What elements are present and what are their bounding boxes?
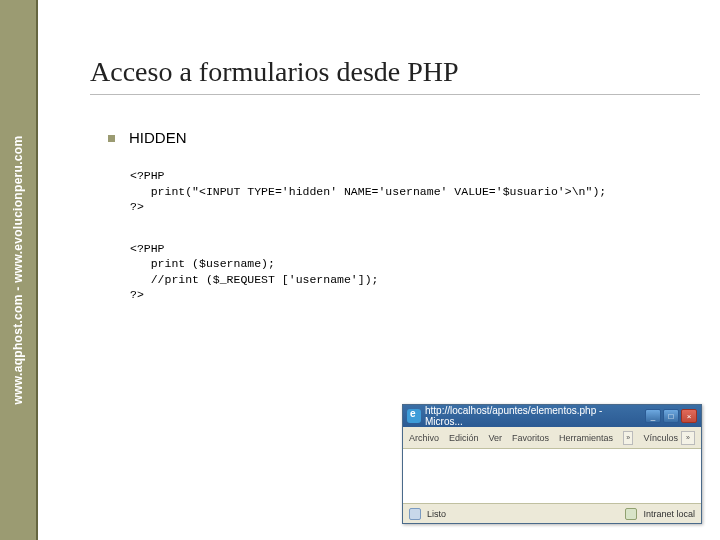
ie-icon bbox=[407, 409, 421, 423]
slide-title: Acceso a formularios desde PHP bbox=[90, 56, 700, 95]
section-heading: HIDDEN bbox=[108, 129, 700, 146]
browser-menubar: Archivo Edición Ver Favoritos Herramient… bbox=[403, 427, 701, 449]
sidebar-url-text: www.aqphost.com - www.evolucionperu.com bbox=[11, 136, 25, 405]
slide-content: Acceso a formularios desde PHP HIDDEN <?… bbox=[90, 56, 700, 329]
browser-window: http://localhost/apuntes/elementos.php -… bbox=[402, 404, 702, 524]
window-buttons: _ □ × bbox=[645, 409, 697, 423]
zone-icon bbox=[625, 508, 637, 520]
status-ready-text: Listo bbox=[427, 509, 446, 519]
minimize-button[interactable]: _ bbox=[645, 409, 661, 423]
chevron-right-icon[interactable]: » bbox=[681, 431, 695, 445]
code-block-1: <?PHP print("<INPUT TYPE='hidden' NAME='… bbox=[130, 168, 700, 215]
sidebar-brand: www.aqphost.com - www.evolucionperu.com bbox=[0, 0, 38, 540]
section-label: HIDDEN bbox=[129, 129, 187, 146]
code-block-2: <?PHP print ($username); //print ($_REQU… bbox=[130, 241, 700, 303]
browser-statusbar: Listo Intranet local bbox=[403, 503, 701, 523]
browser-titlebar: http://localhost/apuntes/elementos.php -… bbox=[403, 405, 701, 427]
browser-title-text: http://localhost/apuntes/elementos.php -… bbox=[425, 405, 641, 427]
chevron-right-icon[interactable]: » bbox=[623, 431, 633, 445]
menu-item[interactable]: Edición bbox=[449, 433, 479, 443]
document-icon bbox=[409, 508, 421, 520]
menu-item[interactable]: Herramientas bbox=[559, 433, 613, 443]
bullet-icon bbox=[108, 135, 115, 142]
browser-viewport bbox=[403, 449, 701, 503]
status-zone-text: Intranet local bbox=[643, 509, 695, 519]
menu-item[interactable]: Favoritos bbox=[512, 433, 549, 443]
maximize-button[interactable]: □ bbox=[663, 409, 679, 423]
menu-links-label[interactable]: Vínculos bbox=[643, 433, 678, 443]
menu-item[interactable]: Ver bbox=[489, 433, 503, 443]
close-button[interactable]: × bbox=[681, 409, 697, 423]
menu-item[interactable]: Archivo bbox=[409, 433, 439, 443]
